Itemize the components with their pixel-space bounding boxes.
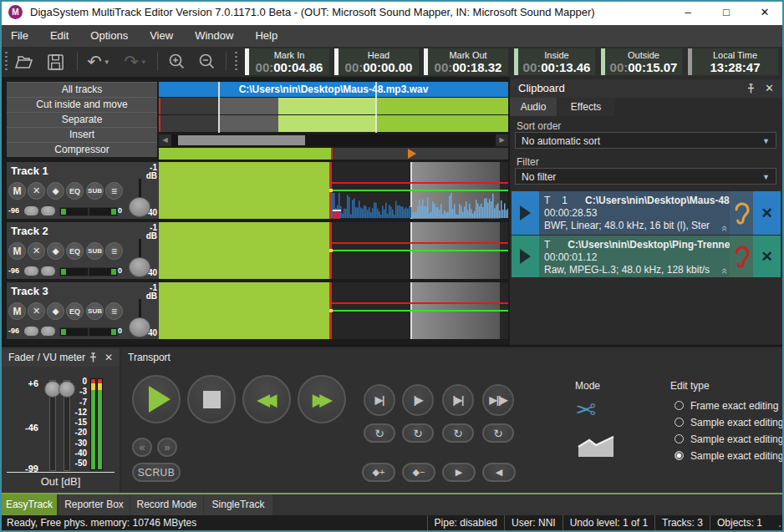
fast-forward-button[interactable]: ▶▶ [298, 375, 346, 423]
skip-back-icon[interactable]: « [132, 438, 152, 457]
tab-reporter-box[interactable]: Reporter Box [59, 494, 130, 515]
open-file-icon[interactable] [12, 51, 35, 73]
stop-button[interactable] [187, 375, 236, 423]
add-marker-button[interactable]: ◆+ [362, 463, 395, 482]
audio-clip-green[interactable] [159, 282, 329, 339]
pan-knob[interactable] [24, 327, 38, 336]
edit-tool-compressor[interactable]: Compressor [7, 142, 157, 157]
menu-view[interactable]: View [139, 25, 184, 47]
filter-select[interactable]: No filter▼ [515, 168, 776, 185]
edit-tool-separate[interactable]: Separate [7, 112, 157, 127]
solo-button[interactable]: ✕ [28, 242, 45, 260]
menu-button[interactable]: ≡ [105, 182, 123, 200]
project-overview[interactable]: C:\Users\nin\Desktop\Maus-48.mp3.wav ◀ ▶ [159, 82, 508, 160]
edit-tool-all-tracks[interactable]: All tracks [7, 82, 157, 97]
track-fader-knob[interactable] [129, 257, 150, 277]
loop-icon[interactable]: ↻ [482, 423, 514, 443]
scrollbar-thumb[interactable] [178, 135, 305, 145]
tab-easytrack[interactable]: EasyTrack [2, 494, 57, 515]
mute-button[interactable]: M [8, 182, 26, 200]
pan-knob[interactable] [24, 206, 38, 215]
play-button[interactable] [132, 375, 181, 423]
overview-scrollbar[interactable]: ◀ ▶ [159, 134, 508, 146]
audio-clip-green[interactable] [159, 222, 329, 279]
save-icon[interactable] [43, 51, 67, 73]
track-waveform-area[interactable] [159, 162, 508, 219]
pan-knob[interactable] [41, 266, 55, 276]
play-from-mark-button[interactable]: |▶ [402, 384, 434, 416]
sub-button[interactable]: SUB [86, 302, 104, 320]
skip-forward-icon[interactable]: » [157, 438, 177, 457]
clip-start-marker[interactable] [333, 212, 340, 219]
zoom-in-icon[interactable] [165, 51, 189, 73]
toolbar-grip[interactable] [5, 52, 8, 72]
entry-remove-icon[interactable]: ✕ [753, 236, 781, 277]
track-waveform-area[interactable] [159, 282, 508, 339]
radio-sample-exact-us2[interactable] [675, 451, 684, 460]
eq-button[interactable]: EQ [66, 182, 84, 200]
remove-marker-button[interactable]: ◆− [402, 463, 435, 482]
sub-button[interactable]: SUB [86, 242, 104, 260]
sort-order-select[interactable]: No automatic sort▼ [515, 132, 776, 149]
menu-button[interactable]: ≡ [105, 242, 123, 260]
output-fader-knob[interactable] [59, 381, 75, 398]
play-around-mark-button[interactable]: ▶||▶ [482, 384, 514, 416]
clipboard-entry[interactable]: TC:\Users\nin\Desktop\Ping-Trenner.M 00:… [512, 236, 781, 277]
prev-marker-button[interactable]: ◀ [482, 463, 516, 482]
audio-clip-green[interactable] [159, 162, 329, 219]
tab-effects[interactable]: Effects [557, 98, 614, 116]
menu-edit[interactable]: Edit [39, 25, 79, 47]
track-waveform-area[interactable] [159, 222, 508, 279]
expand-icon[interactable]: « [719, 225, 730, 230]
overview-selection-end[interactable] [375, 82, 377, 133]
next-marker-button[interactable]: ▶ [442, 463, 476, 482]
loop-icon[interactable]: ↻ [364, 423, 395, 443]
timeline-bar[interactable] [159, 148, 508, 160]
pin-icon[interactable] [89, 352, 98, 363]
track-fader-knob[interactable] [129, 317, 150, 337]
loop-icon[interactable]: ↻ [442, 423, 474, 443]
envelope-mode-icon[interactable] [577, 433, 615, 459]
clipboard-entry[interactable]: T1C:\Users\nin\Desktop\Maus-48.mp 00:00:… [512, 191, 781, 235]
tab-record-mode[interactable]: Record Mode [130, 494, 203, 515]
pin-icon[interactable] [746, 79, 756, 94]
pan-knob[interactable] [24, 266, 38, 276]
pan-button[interactable]: ◆ [47, 302, 64, 320]
play-selection-button[interactable]: |▶| [442, 384, 474, 416]
playhead-marker[interactable] [408, 149, 416, 159]
track-fader-knob[interactable] [129, 197, 150, 217]
scroll-left-icon[interactable]: ◀ [159, 134, 171, 146]
eq-button[interactable]: EQ [66, 302, 84, 320]
scrub-button[interactable]: SCRUB [132, 463, 181, 482]
minimize-button[interactable]: – [669, 0, 707, 25]
entry-body[interactable]: TC:\Users\nin\Desktop\Ping-Trenner.M 00:… [539, 236, 730, 277]
scroll-right-icon[interactable]: ▶ [496, 134, 508, 146]
entry-play-button[interactable] [512, 236, 539, 277]
toolbar-grip[interactable] [235, 52, 237, 72]
rewind-button[interactable]: ◀◀ [242, 375, 291, 423]
overview-selection-start[interactable] [218, 82, 220, 133]
solo-button[interactable]: ✕ [28, 182, 45, 200]
loop-icon[interactable]: ↻ [402, 423, 434, 443]
fader-panel-close-icon[interactable]: ✕ [104, 348, 113, 367]
entry-play-button[interactable] [512, 191, 539, 235]
menu-file[interactable]: File [0, 25, 39, 47]
entry-remove-icon[interactable]: ✕ [753, 191, 781, 235]
zoom-out-icon[interactable] [196, 51, 219, 73]
scissors-mode-icon[interactable]: ✂ [575, 395, 596, 424]
clipboard-close-icon[interactable]: ✕ [765, 79, 774, 98]
undo-icon[interactable]: ↶▼ [84, 51, 114, 73]
pan-knob[interactable] [41, 206, 55, 215]
close-button[interactable]: ✕ [746, 0, 784, 25]
edit-tool-cut-inside-and-move[interactable]: Cut inside and move [7, 97, 157, 112]
menu-help[interactable]: Help [244, 25, 288, 47]
tab-audio[interactable]: Audio [510, 98, 557, 116]
menu-button[interactable]: ≡ [105, 302, 123, 320]
radio-frame-exact[interactable] [675, 401, 684, 410]
prelisten-ear-icon[interactable] [730, 191, 753, 235]
prelisten-ear-icon[interactable] [730, 236, 753, 277]
eq-button[interactable]: EQ [66, 242, 84, 260]
pan-knob[interactable] [41, 327, 55, 336]
maximize-button[interactable]: □ [707, 0, 746, 25]
mute-button[interactable]: M [8, 302, 26, 320]
